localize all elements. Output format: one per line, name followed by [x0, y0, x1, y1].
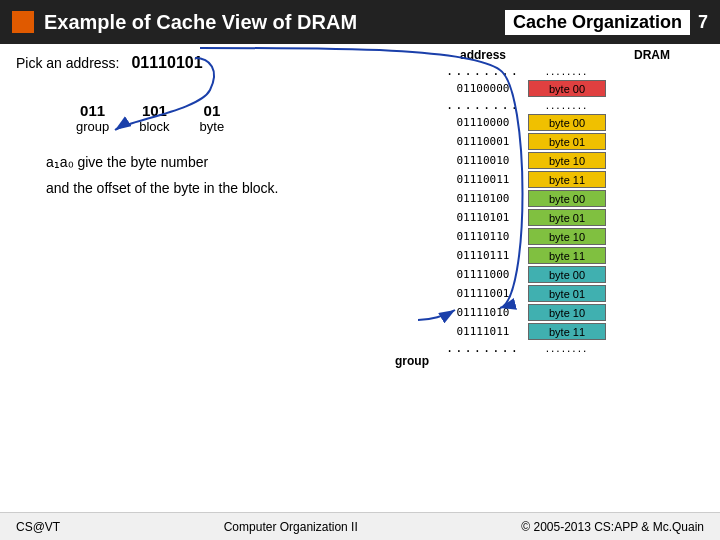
- table-row: 01110101byte 01: [438, 208, 712, 226]
- addr-cell: 01110111: [438, 249, 528, 262]
- byte-cell: byte 01: [528, 285, 606, 302]
- right-panel: address DRAM ................01100000byt…: [430, 44, 720, 540]
- col-address-header: address: [438, 48, 528, 62]
- addr-cell: 01110010: [438, 154, 528, 167]
- byte-cell: byte 10: [528, 152, 606, 169]
- byte-cell: byte 11: [528, 171, 606, 188]
- byte-cell: byte 10: [528, 228, 606, 245]
- byte-cell: byte 00: [528, 190, 606, 207]
- group-value: 011: [76, 102, 109, 119]
- footer: CS@VT Computer Organization II © 2005-20…: [0, 512, 720, 540]
- header-bar: Example of Cache View of DRAM Cache Orga…: [0, 0, 720, 44]
- addr-cell: 01111011: [438, 325, 528, 338]
- table-row: 01100000byte 00: [438, 79, 712, 97]
- addr-cell: 01110100: [438, 192, 528, 205]
- byte-item: 01 byte: [200, 102, 225, 134]
- addr-cell: 01110101: [438, 211, 528, 224]
- table-row: 01110000byte 00: [438, 113, 712, 131]
- addr-cell: ........: [438, 98, 528, 112]
- table-row: 01111011byte 11: [438, 322, 712, 340]
- footer-left: CS@VT: [16, 520, 60, 534]
- byte-cell: byte 01: [528, 209, 606, 226]
- pick-address-line: Pick an address: 01110101: [16, 54, 414, 72]
- pick-label: Pick an address:: [16, 55, 120, 71]
- byte-value: 01: [200, 102, 225, 119]
- offset-content: and the offset of the byte in the block.: [46, 180, 278, 196]
- byte-cell: ........: [528, 63, 606, 80]
- col-dram-header: DRAM: [612, 48, 692, 62]
- address-value: 01110101: [131, 54, 202, 71]
- offset-text: and the offset of the byte in the block.: [46, 180, 414, 196]
- group-block-byte-section: 011 group 101 block 01 byte: [76, 102, 414, 134]
- footer-right: © 2005-2013 CS:APP & Mc.Quain: [521, 520, 704, 534]
- byte-cell: byte 11: [528, 247, 606, 264]
- addr-cell: 01110001: [438, 135, 528, 148]
- byte-cell: byte 00: [528, 266, 606, 283]
- a1a0-content: a₁a₀ give the byte number: [46, 154, 208, 170]
- table-row: 01110001byte 01: [438, 132, 712, 150]
- footer-center: Computer Organization II: [224, 520, 358, 534]
- addr-cell: 01100000: [438, 82, 528, 95]
- table-row: ................: [438, 98, 712, 112]
- addr-cell: ........: [438, 64, 528, 78]
- page-title: Example of Cache View of DRAM: [44, 11, 505, 34]
- byte-cell: byte 00: [528, 80, 606, 97]
- table-row: 01110010byte 10: [438, 151, 712, 169]
- group-arrow-label: group: [395, 354, 429, 368]
- addr-cell: 01111001: [438, 287, 528, 300]
- table-row: 01110011byte 11: [438, 170, 712, 188]
- table-row: 01110100byte 00: [438, 189, 712, 207]
- slide-number: 7: [698, 12, 708, 33]
- main-content: Pick an address: 01110101 011 group 101 …: [0, 44, 720, 540]
- table-row: 01111001byte 01: [438, 284, 712, 302]
- block-item: 101 block: [139, 102, 169, 134]
- table-row: 01111010byte 10: [438, 303, 712, 321]
- addr-cell: 01110000: [438, 116, 528, 129]
- table-row: ................: [438, 64, 712, 78]
- addr-cell: 01111010: [438, 306, 528, 319]
- addr-cell: ........: [438, 341, 528, 355]
- table-row: ................: [438, 341, 712, 355]
- addr-cell: 01111000: [438, 268, 528, 281]
- group-label: group: [76, 119, 109, 134]
- byte-cell: byte 01: [528, 133, 606, 150]
- group-item: 011 group: [76, 102, 109, 134]
- table-row: 01110110byte 10: [438, 227, 712, 245]
- byte-cell: byte 11: [528, 323, 606, 340]
- dram-table: ................01100000byte 00.........…: [438, 64, 712, 355]
- addr-cell: 01110110: [438, 230, 528, 243]
- orange-box-icon: [12, 11, 34, 33]
- left-panel: Pick an address: 01110101 011 group 101 …: [0, 44, 430, 540]
- addr-cell: 01110011: [438, 173, 528, 186]
- block-value: 101: [139, 102, 169, 119]
- table-row: 01110111byte 11: [438, 246, 712, 264]
- a1a0-text: a₁a₀ give the byte number: [46, 154, 414, 170]
- cache-org-label: Cache Organization: [505, 10, 690, 35]
- byte-cell: byte 10: [528, 304, 606, 321]
- dram-header: address DRAM: [438, 48, 712, 62]
- byte-cell: byte 00: [528, 114, 606, 131]
- byte-cell: ........: [528, 340, 606, 357]
- byte-label: byte: [200, 119, 225, 134]
- table-row: 01111000byte 00: [438, 265, 712, 283]
- byte-cell: ........: [528, 97, 606, 114]
- block-label: block: [139, 119, 169, 134]
